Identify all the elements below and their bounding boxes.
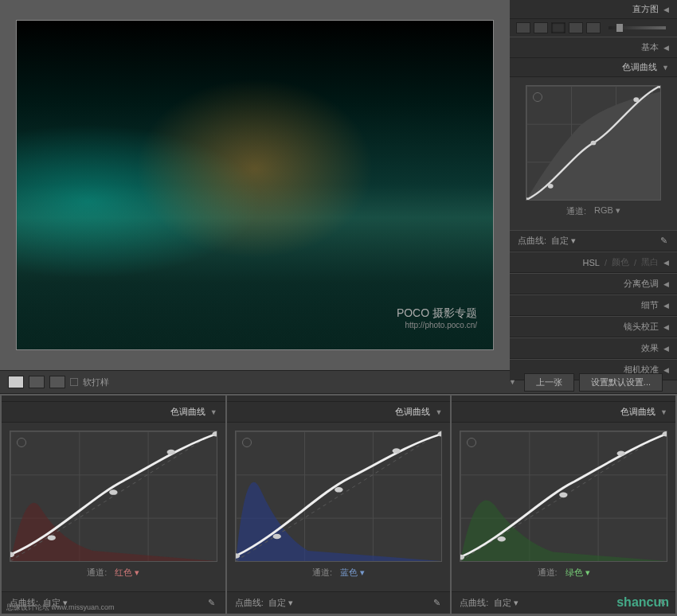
channel-dropdown[interactable]: RGB ▾ xyxy=(594,205,620,217)
basic-header[interactable]: 基本◀ xyxy=(510,37,677,58)
chevron-down-icon: ▼ xyxy=(662,64,669,72)
svg-point-3 xyxy=(591,141,597,146)
svg-point-2 xyxy=(548,184,554,189)
point-curve-dropdown[interactable]: 自定 ▾ xyxy=(268,598,293,607)
curve-col-green: 色调曲线▼ 通道: 绿色 ▾ xyxy=(452,396,675,614)
channel-selector: 通道: RGB ▾ xyxy=(518,201,669,222)
footer-watermark: 思缘设计论坛 www.missyuan.com xyxy=(6,602,115,613)
bottom-curves: 色调曲线▼ 通道: 红色 ▾ xyxy=(0,394,677,615)
detail-header[interactable]: 细节◀ xyxy=(510,294,677,316)
point-curve-dropdown[interactable]: 自定 ▾ xyxy=(551,236,576,245)
svg-point-8 xyxy=(48,535,56,540)
svg-point-15 xyxy=(335,487,342,493)
chevron-right-icon: ◀ xyxy=(663,259,669,267)
pencil-icon[interactable]: ✎ xyxy=(431,598,442,609)
reset-button[interactable]: 设置默认设置... xyxy=(579,373,663,392)
lens-header[interactable]: 镜头校正◀ xyxy=(510,316,677,337)
svg-point-14 xyxy=(272,534,280,540)
preview-area: POCO 摄影专题 http://photo.poco.cn/ xyxy=(0,0,510,370)
gradient-icon[interactable] xyxy=(569,22,583,33)
chevron-down-icon: ▼ xyxy=(660,408,667,416)
prev-button[interactable]: 上一张 xyxy=(524,373,574,392)
svg-point-9 xyxy=(109,489,117,495)
effects-header[interactable]: 效果◀ xyxy=(510,337,677,359)
histogram-header[interactable]: 直方图◀ xyxy=(510,0,677,19)
curve-col-red: 色调曲线▼ 通道: 红色 ▾ xyxy=(2,396,225,614)
tone-curve-header[interactable]: 色调曲线▼ xyxy=(510,58,677,77)
toolbar-menu-icon[interactable]: ▼ xyxy=(509,378,516,386)
corner-watermark: shancun xyxy=(616,595,669,610)
watermark: POCO 摄影专题 http://photo.poco.cn/ xyxy=(397,306,477,329)
chevron-right-icon: ◀ xyxy=(663,6,669,14)
soft-proof-label: 软打样 xyxy=(83,376,109,388)
channel-dropdown[interactable]: 绿色 ▾ xyxy=(565,567,590,579)
hsl-header[interactable]: HSL / 颜色 / 黑白◀ xyxy=(510,251,677,273)
curve-editor-green[interactable] xyxy=(460,431,667,562)
svg-line-6 xyxy=(10,431,217,561)
curve-header[interactable]: 色调曲线▼ xyxy=(452,402,675,423)
toolbar: 软打样 ▼ 上一张 设置默认设置... xyxy=(0,370,677,394)
tone-curve-editor[interactable] xyxy=(526,85,661,201)
point-curve-row: 点曲线: 自定 ▾ ✎ xyxy=(510,230,677,251)
curve-editor-blue[interactable] xyxy=(235,431,443,562)
point-curve-dropdown[interactable]: 自定 ▾ xyxy=(494,598,519,607)
svg-point-16 xyxy=(392,448,400,454)
spot-icon[interactable] xyxy=(534,22,548,33)
preview-image[interactable]: POCO 摄影专题 http://photo.poco.cn/ xyxy=(16,20,494,350)
soft-proof-checkbox[interactable] xyxy=(70,378,78,386)
curve-header[interactable]: 色调曲线▼ xyxy=(2,402,225,423)
loupe-view-icon[interactable] xyxy=(8,376,24,388)
chevron-down-icon: ▼ xyxy=(210,408,217,416)
channel-dropdown[interactable]: 蓝色 ▾ xyxy=(340,567,365,579)
compare-view-icon[interactable] xyxy=(29,376,45,388)
curve-col-blue: 色调曲线▼ 通道: 蓝色 ▾ xyxy=(227,396,451,614)
svg-point-22 xyxy=(617,450,625,456)
right-panel: 直方图◀ 基本◀ 色调曲线▼ xyxy=(510,0,677,370)
curve-header[interactable]: 色调曲线▼ xyxy=(227,402,451,423)
curve-editor-red[interactable] xyxy=(10,431,217,562)
chevron-down-icon: ▼ xyxy=(435,408,442,416)
pencil-icon[interactable]: ✎ xyxy=(658,236,669,247)
exposure-slider[interactable] xyxy=(609,26,666,29)
redeye-icon[interactable] xyxy=(551,22,565,33)
survey-view-icon[interactable] xyxy=(49,376,65,388)
histogram-toolbar xyxy=(510,19,677,37)
svg-point-21 xyxy=(560,493,568,498)
svg-point-4 xyxy=(633,97,639,102)
svg-point-10 xyxy=(167,450,175,455)
svg-point-20 xyxy=(498,536,506,542)
chevron-right-icon: ◀ xyxy=(663,323,669,331)
chevron-right-icon: ◀ xyxy=(663,280,669,288)
brush-icon[interactable] xyxy=(586,22,601,33)
svg-line-12 xyxy=(236,431,442,561)
pencil-icon[interactable]: ✎ xyxy=(206,598,217,609)
tone-curve-panel: 通道: RGB ▾ xyxy=(510,77,677,230)
channel-dropdown[interactable]: 红色 ▾ xyxy=(115,567,139,579)
split-toning-header[interactable]: 分离色调◀ xyxy=(510,273,677,294)
chevron-right-icon: ◀ xyxy=(663,302,669,310)
crop-icon[interactable] xyxy=(516,22,530,33)
chevron-right-icon: ◀ xyxy=(663,345,669,353)
chevron-right-icon: ◀ xyxy=(663,44,669,52)
